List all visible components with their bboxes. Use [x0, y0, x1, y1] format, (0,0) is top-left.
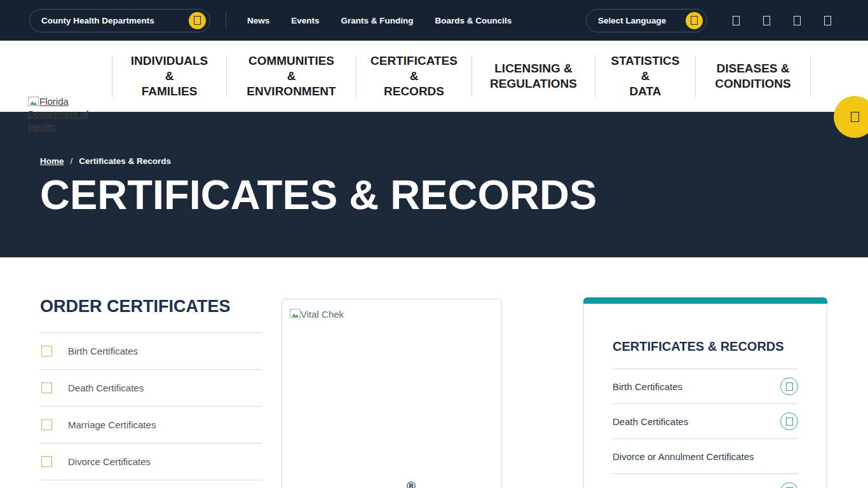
vitalchek-card[interactable]: Vital Chek ® [281, 299, 502, 488]
topbar-link-news[interactable]: News [236, 16, 280, 25]
language-globe-icon [686, 12, 703, 29]
sidebar-card-list: Birth Certificates Death Certificates Di… [613, 369, 798, 488]
missing-glyph-icon [786, 383, 793, 391]
page-title: CERTIFICATES & RECORDS [40, 174, 868, 216]
topbar-divider [226, 12, 226, 29]
county-health-departments-label: County Health Departments [41, 16, 154, 25]
search-icon [851, 112, 859, 122]
sidebar-item-marriage-certificates[interactable]: Marriage Certificates [613, 473, 798, 488]
main-nav-items: INDIVIDUALS & FAMILIES COMMUNITIES & ENV… [112, 41, 811, 112]
order-item-death-certificates[interactable]: Death Certificates [40, 370, 262, 407]
certificate-square-icon [41, 419, 52, 430]
order-item-birth-certificates[interactable]: Birth Certificates [40, 333, 262, 370]
page-hero: Home / Certificates & Records CERTIFICAT… [0, 112, 868, 257]
order-certificates-heading: ORDER CERTIFICATES [40, 297, 262, 316]
county-dropdown-icon [189, 12, 206, 29]
certificate-square-icon [41, 383, 52, 393]
topbar-link-events[interactable]: Events [280, 16, 330, 25]
expand-circle-button[interactable] [780, 412, 798, 430]
order-certificates-list: Birth Certificates Death Certificates Ma… [40, 332, 262, 480]
missing-glyph-icon [194, 16, 201, 25]
breadcrumb-home-link[interactable]: Home [40, 156, 64, 166]
order-item-divorce-certificates[interactable]: Divorce Certificates [40, 444, 262, 480]
breadcrumb-separator: / [71, 156, 73, 166]
card-teal-accent-bar [583, 297, 827, 304]
social-icons-group [733, 16, 868, 25]
sidebar-item-birth-certificates[interactable]: Birth Certificates [613, 369, 798, 403]
certificates-records-sidebar-card: CERTIFICATES & RECORDS Birth Certificate… [583, 297, 827, 488]
topbar-link-boards-councils[interactable]: Boards & Councils [424, 16, 523, 25]
card-body: CERTIFICATES & RECORDS Birth Certificate… [583, 304, 827, 488]
missing-glyph-icon [691, 16, 698, 25]
certificate-square-icon [41, 456, 52, 467]
social-icon-4[interactable] [824, 16, 831, 25]
select-language-button[interactable]: Select Language [586, 9, 707, 32]
order-item-marriage-certificates[interactable]: Marriage Certificates [40, 407, 262, 444]
registered-trademark-symbol: ® [407, 479, 416, 488]
expand-circle-button[interactable] [780, 377, 798, 395]
sidebar-item-divorce-annulment-certificates[interactable]: Divorce or Annulment Certificates [613, 438, 798, 473]
expand-circle-button[interactable] [780, 482, 798, 488]
breadcrumb: Home / Certificates & Records [40, 112, 868, 166]
nav-separator [810, 55, 811, 97]
top-utility-bar: County Health Departments News Events Gr… [0, 0, 868, 41]
county-health-departments-button[interactable]: County Health Departments [29, 9, 210, 32]
broken-image-icon [28, 97, 39, 106]
site-logo-broken-image[interactable]: Florida Department of Health [28, 95, 89, 132]
broken-image-icon [290, 309, 301, 318]
vitalchek-broken-image: Vital Chek [290, 309, 344, 320]
select-language-label: Select Language [598, 16, 666, 25]
topbar-link-grants-funding[interactable]: Grants & Funding [330, 16, 424, 25]
social-icon-1[interactable] [733, 16, 740, 25]
sidebar-item-death-certificates[interactable]: Death Certificates [613, 403, 798, 438]
nav-individuals-families[interactable]: INDIVIDUALS & FAMILIES [112, 53, 226, 99]
nav-licensing-regulations[interactable]: LICENSING & REGULATIONS [472, 61, 595, 92]
nav-communities-environment[interactable]: COMMUNITIES & ENVIRONMENT [227, 53, 356, 99]
nav-certificates-records[interactable]: CERTIFICATES & RECORDS [356, 53, 471, 99]
social-icon-3[interactable] [794, 16, 801, 25]
order-certificates-section: ORDER CERTIFICATES Birth Certificates De… [40, 297, 262, 480]
vitalchek-alt-text: Vital Chek [301, 309, 344, 320]
certificate-square-icon [41, 346, 52, 356]
nav-statistics-data[interactable]: STATISTICS & DATA [595, 53, 695, 99]
social-icon-2[interactable] [763, 16, 770, 25]
missing-glyph-icon [786, 417, 793, 426]
sidebar-card-heading: CERTIFICATES & RECORDS [613, 304, 798, 354]
nav-diseases-conditions[interactable]: DISEASES & CONDITIONS [696, 61, 810, 92]
main-content: ORDER CERTIFICATES Birth Certificates De… [0, 257, 868, 488]
main-navigation-bar: Florida Department of Health INDIVIDUALS… [0, 41, 868, 112]
breadcrumb-current: Certificates & Records [79, 156, 171, 166]
